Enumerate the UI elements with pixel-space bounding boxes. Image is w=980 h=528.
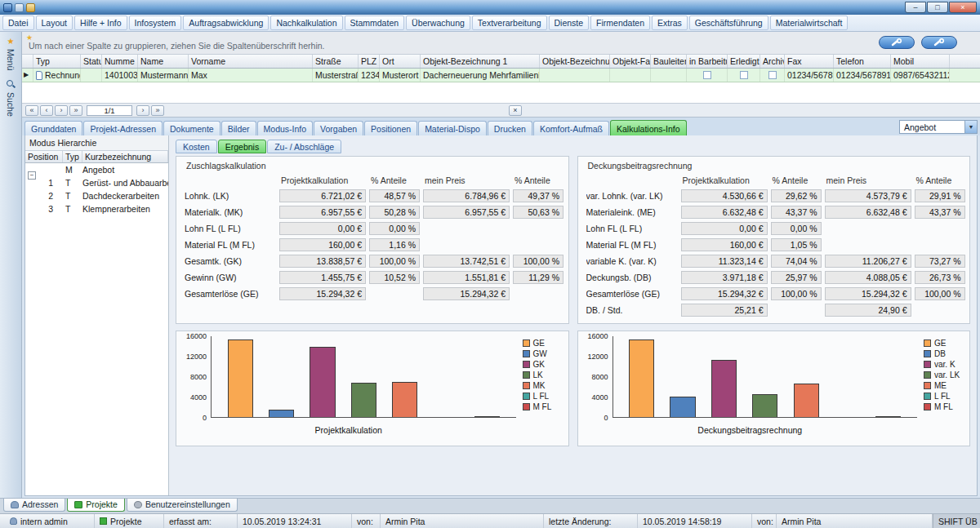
checkbox-in-barbeitung[interactable] — [703, 71, 711, 79]
tab-material-dispo[interactable]: Material-Dispo — [418, 121, 487, 135]
hierarchy-row-klempnerarbeiten[interactable]: 3TKlempnerarbeiten — [25, 202, 168, 215]
next-row-button[interactable]: › — [136, 105, 149, 116]
tab-vorgaben[interactable]: Vorgaben — [314, 121, 363, 135]
column-header-plz[interactable]: PLZ — [359, 55, 380, 68]
subtab-zu-abschlaege[interactable]: Zu- / Abschläge — [267, 140, 341, 153]
column-header-strasse[interactable]: Straße — [313, 55, 359, 68]
tab-komfort-aufmass[interactable]: Komfort-Aufmaß — [533, 121, 609, 135]
menu-item-materialwirtschaft[interactable]: Materialwirtschaft — [770, 16, 849, 30]
column-header-mobil[interactable]: Mobil — [891, 55, 950, 68]
menu-item-firmendaten[interactable]: Firmendaten — [590, 16, 650, 30]
checkbox-erledigt[interactable] — [740, 71, 748, 79]
chevron-down-icon[interactable]: ▼ — [964, 121, 977, 133]
tab-bilder[interactable]: Bilder — [221, 121, 256, 135]
mode-selector[interactable]: Angebot ▼ — [899, 120, 978, 134]
hierarchy-column-typ[interactable]: Typ — [63, 151, 82, 162]
menu-item-hilfe-info[interactable]: Hilfe + Info — [74, 16, 127, 30]
hierarchy-row-dachdeckerarbeiten[interactable]: 2TDachdeckerarbeiten — [25, 189, 168, 202]
hierarchy-column-position[interactable]: Position — [25, 151, 63, 162]
tab-modus-info[interactable]: Modus-Info — [257, 121, 314, 135]
hierarchy-typ: T — [63, 178, 82, 188]
column-header-numme[interactable]: Numme▲ — [102, 55, 138, 68]
menu-item-ueberwachung[interactable]: Überwachung — [406, 16, 470, 30]
rail-tab-suche[interactable]: Suche — [0, 77, 21, 120]
hierarchy-column-kurzbezeichnung[interactable]: Kurzbezeichnung — [82, 151, 168, 162]
close-detail-button[interactable]: × — [509, 105, 522, 116]
print-icon[interactable] — [26, 3, 35, 12]
calc-value: 11,29 % — [513, 271, 564, 284]
prev-page-button[interactable]: ‹ — [40, 105, 53, 116]
tab-dokumente[interactable]: Dokumente — [163, 121, 220, 135]
row-marker-icon: ▶ — [24, 69, 29, 81]
legend-label: var. LK — [934, 370, 960, 379]
tab-projekt-adressen[interactable]: Projekt-Adressen — [83, 121, 163, 135]
bar-m-fl — [474, 416, 500, 417]
column-header-status[interactable]: Status — [81, 55, 102, 68]
close-button[interactable]: × — [949, 2, 977, 13]
calc-row-label: Deckungsb. (DB) — [586, 273, 678, 282]
chart-legend: GEGWGKLKMKL FLM FL — [516, 336, 564, 418]
bottom-tab-adressen[interactable]: Adressen — [3, 499, 65, 512]
tab-kalkulations-info[interactable]: Kalkulations-Info — [610, 120, 687, 135]
column-header-bauleiter[interactable]: Bauleiter — [651, 55, 687, 68]
row-cell-text: Dacherneuerung Mehrfamilienhaus — [423, 70, 540, 80]
calc-row-label: DB. / Std. — [586, 305, 678, 315]
column-header-objekt-bezeichnung-1[interactable]: Objekt-Bezeichnung 1 — [421, 55, 540, 68]
minimize-button[interactable]: – — [905, 2, 926, 13]
column-header-label: Mobil — [893, 56, 914, 66]
wrench-button-2[interactable] — [921, 36, 957, 49]
menu-item-stammdaten[interactable]: Stammdaten — [345, 16, 405, 30]
menu-item-layout[interactable]: Layout — [36, 16, 74, 30]
row-cell-fax: 01234/567898 — [785, 69, 834, 82]
column-header-objekt-fax[interactable]: Objekt-Fax — [610, 55, 651, 68]
checkbox-archiv[interactable] — [768, 71, 777, 79]
column-header-fax[interactable]: Fax — [785, 55, 834, 68]
tab-drucken[interactable]: Drucken — [488, 121, 532, 135]
column-header-objekt-bezeichnung-2[interactable]: Objekt-Bezeichnung 2 — [540, 55, 610, 68]
menu-item-auftragsabwicklung[interactable]: Auftragsabwicklung — [183, 16, 269, 30]
last-page-button[interactable]: » — [69, 105, 82, 116]
last-row-button[interactable]: » — [151, 105, 164, 116]
column-header-erledigt[interactable]: Erledigt — [728, 55, 760, 68]
rail-tab-menue[interactable]: ★Menü — [0, 34, 21, 73]
group-hint-text: Um nach einer Spalte zu gruppieren, zieh… — [29, 41, 324, 51]
hierarchy-row-geruest-und-abbauarbei[interactable]: 1TGerüst- und Abbauarbei — [25, 176, 168, 189]
tab-positionen[interactable]: Positionen — [364, 121, 417, 135]
wrench-button-1[interactable] — [879, 36, 915, 49]
hierarchy-row-angebot[interactable]: −MAngebot — [25, 163, 168, 176]
table-row[interactable]: ▶Rechnung RE14010036MustermannMaxMusters… — [22, 69, 980, 82]
first-page-button[interactable]: « — [25, 105, 38, 116]
column-header-typ[interactable]: Typ — [33, 55, 81, 68]
bar-mk — [392, 382, 417, 417]
next-page-button[interactable]: › — [55, 105, 68, 116]
menu-item-textverarbeitung[interactable]: Textverarbeitung — [472, 16, 547, 30]
column-header-archiv[interactable]: Archiv — [760, 55, 785, 68]
menu-item-dienste[interactable]: Dienste — [549, 16, 590, 30]
calc-header: mein Preis — [423, 175, 510, 186]
menu-item-extras[interactable]: Extras — [652, 16, 688, 30]
bar-var-lk — [752, 394, 777, 417]
menu-item-datei[interactable]: Datei — [2, 16, 34, 30]
subtab-ergebnis[interactable]: Ergebnis — [218, 140, 266, 153]
maximize-button[interactable]: □ — [927, 2, 948, 13]
row-indicator-header — [22, 55, 33, 68]
save-icon[interactable] — [15, 3, 24, 12]
menu-item-nachkalkulation[interactable]: Nachkalkulation — [270, 16, 342, 30]
calc-value: 29,62 % — [771, 189, 822, 202]
menu-item-geschaeftsfuehrung[interactable]: Geschäftsführung — [689, 16, 768, 30]
row-cell-text: 14010036 — [105, 70, 138, 80]
bottom-tab-benutzereinstellungen[interactable]: Benutzereinstellungen — [127, 499, 238, 512]
calc-row-label: var. Lohnk. (var. LK) — [586, 191, 678, 201]
bottom-tab-projekte[interactable]: Projekte — [67, 499, 125, 512]
tab-grunddaten[interactable]: Grunddaten — [24, 121, 82, 135]
column-header-vorname[interactable]: Vorname — [189, 55, 313, 68]
calc-row-label: Materialeink. (ME) — [586, 207, 678, 217]
chart-title: Deckungsbeitragsrechnung — [583, 425, 965, 435]
column-header-in-barbeitung[interactable]: in Barbeitung — [687, 55, 728, 68]
menu-item-infosystem[interactable]: Infosystem — [129, 16, 182, 30]
column-header-ort[interactable]: Ort — [380, 55, 421, 68]
window-controls: – □ × — [905, 2, 977, 13]
column-header-name[interactable]: Name — [138, 55, 189, 68]
column-header-telefon[interactable]: Telefon — [834, 55, 891, 68]
subtab-kosten[interactable]: Kosten — [176, 140, 217, 153]
